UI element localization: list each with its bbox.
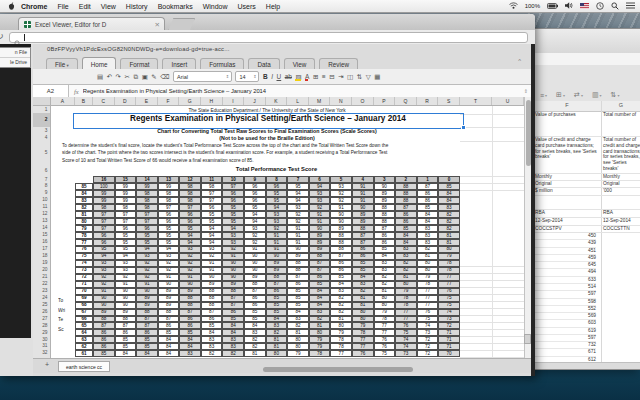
score-cell[interactable]: 82 [201,350,223,357]
score-cell[interactable]: 95 [222,204,244,211]
score-cell[interactable]: 79 [438,253,460,260]
score-cell[interactable]: 99 [115,197,137,204]
column-header-T[interactable]: T [460,97,492,105]
score-cell[interactable]: 86 [287,281,309,288]
score-cell[interactable]: 86 [417,190,439,197]
score-cell[interactable]: 93 [93,267,115,274]
score-cell[interactable]: 83 [266,322,288,329]
score-cell[interactable]: 70 [438,350,460,357]
score-cell[interactable]: 80 [374,295,396,302]
clear-icon[interactable]: ⌫ [160,72,169,82]
score-cell[interactable]: 86 [136,329,158,336]
score-cell[interactable]: 82 [330,295,352,302]
written-score-label-65[interactable]: 65 [75,322,93,329]
italic-button[interactable]: I [271,72,273,82]
row-header-26[interactable]: 26 [42,309,47,316]
google-drive-button[interactable]: le Drive [0,58,30,67]
score-cell[interactable]: 72 [417,336,439,343]
score-cell[interactable]: 77 [395,309,417,316]
score-cell[interactable]: 87 [158,316,180,323]
score-cell[interactable]: 85 [417,204,439,211]
score-cell[interactable]: 82 [395,260,417,267]
row-header-21[interactable]: 21 [42,274,47,281]
font-family-select[interactable]: Arial ⇕ [173,71,232,83]
score-cell[interactable]: 75 [374,350,396,357]
menu-item-history[interactable]: History [126,3,148,10]
score-cell[interactable]: 71 [438,336,460,343]
score-cell[interactable]: 87 [136,316,158,323]
score-cell[interactable]: 83 [395,246,417,253]
score-cell[interactable]: 82 [244,343,266,350]
score-cell[interactable]: 78 [438,260,460,267]
written-score-label-66[interactable]: 66 [75,316,93,323]
score-cell[interactable]: 93 [309,197,331,204]
score-cell[interactable]: 80 [287,336,309,343]
score-cell[interactable]: 94 [201,232,223,239]
score-cell[interactable]: 85 [266,302,288,309]
score-cell[interactable]: 79 [374,309,396,316]
font-size-select[interactable]: 14 ⇕ [235,71,259,83]
score-cell[interactable]: 82 [374,281,396,288]
score-cell[interactable]: 92 [136,267,158,274]
score-cell[interactable]: 89 [115,309,137,316]
perf-score-header-13[interactable]: 13 [158,176,180,183]
score-cell[interactable]: 93 [287,204,309,211]
score-cell[interactable]: 95 [115,232,137,239]
perf-score-header-1[interactable]: 1 [417,176,439,183]
address-bar-input[interactable] [9,32,528,44]
score-cell[interactable]: 88 [201,295,223,302]
score-cell[interactable]: 96 [244,190,266,197]
score-cell[interactable]: 96 [93,239,115,246]
score-cell[interactable]: 77 [352,343,374,350]
score-cell[interactable]: 87 [115,322,137,329]
score-cell[interactable]: 76 [417,309,439,316]
score-cell[interactable]: 89 [352,211,374,218]
score-cell[interactable]: 89 [179,288,201,295]
score-cell[interactable]: 92 [115,274,137,281]
score-cell[interactable]: 91 [115,281,137,288]
score-cell[interactable]: 84 [158,350,180,357]
sort-button[interactable]: ⇅ [357,72,362,82]
score-cell[interactable]: 81 [438,239,460,246]
score-cell[interactable]: 85 [287,288,309,295]
score-cell[interactable]: 77 [395,316,417,323]
written-score-label-79[interactable]: 79 [75,225,93,232]
score-cell[interactable]: 87 [222,295,244,302]
score-cell[interactable]: 89 [158,295,180,302]
score-cell[interactable]: 91 [266,239,288,246]
score-cell[interactable]: 92 [244,239,266,246]
written-score-label-80[interactable]: 80 [75,218,93,225]
score-cell[interactable]: 76 [395,322,417,329]
score-cell[interactable]: 93 [266,211,288,218]
score-cell[interactable]: 96 [266,183,288,190]
row-header-3[interactable]: 3 [45,127,48,134]
score-cell[interactable]: 84 [417,211,439,218]
score-cell[interactable]: 86 [179,322,201,329]
score-cell[interactable]: 93 [179,246,201,253]
score-cell[interactable]: 85 [287,295,309,302]
column-header-L[interactable]: L [287,97,309,105]
score-cell[interactable]: 85 [266,295,288,302]
score-cell[interactable]: 82 [266,329,288,336]
score-cell[interactable]: 83 [438,204,460,211]
tab-close-icon[interactable]: ✕ [155,21,160,29]
score-cell[interactable]: 79 [309,343,331,350]
score-cell[interactable]: 83 [179,350,201,357]
score-cell[interactable]: 84 [222,322,244,329]
score-cell[interactable]: 92 [309,204,331,211]
score-cell[interactable]: 88 [352,225,374,232]
column-header-B[interactable]: B [75,97,93,105]
score-cell[interactable]: 76 [374,343,396,350]
score-cell[interactable]: 96 [222,197,244,204]
column-header-R[interactable]: R [417,97,439,105]
score-cell[interactable]: 82 [244,336,266,343]
format-painter-icon[interactable]: ✎ [151,72,156,82]
score-cell[interactable]: 89 [330,225,352,232]
score-cell[interactable]: 91 [352,183,374,190]
score-cell[interactable]: 81 [438,232,460,239]
score-cell[interactable]: 85 [179,329,201,336]
score-cell[interactable]: 92 [330,190,352,197]
perf-score-header-7[interactable]: 7 [287,176,309,183]
column-header-F[interactable]: F [158,97,180,105]
score-cell[interactable]: 80 [352,316,374,323]
